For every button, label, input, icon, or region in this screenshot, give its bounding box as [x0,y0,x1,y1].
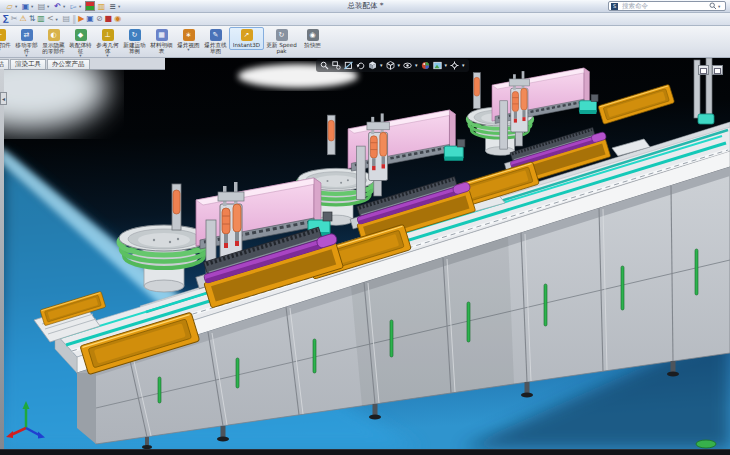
cm-button-show-hidden[interactable]: ◐ 显示隐藏的零部件 [40,27,67,56]
title-bar: ▱▾ ▣▾ ▤▾ ↶▾ ▻▾ ▥ ≡▾ 总装配体 * S ▾ [0,0,730,13]
update-speedpak-icon: ↻ [276,29,288,41]
cm-button-take-snapshot[interactable]: ◉ 拍快照 [299,27,326,50]
cm-button-instant3d[interactable]: ↗ Instant3D [229,27,264,50]
cm-label: 爆炸直线草图 [203,42,228,54]
command-search[interactable]: S ▾ [608,1,726,11]
move-component-icon: ⇄ [21,29,33,41]
hide-show-caret[interactable]: ▾ [415,59,418,72]
cm-label: 拍快照 [304,42,321,48]
save-icon[interactable]: ▣ [20,1,31,12]
open-icon[interactable]: ▱ [4,1,15,12]
select-icon[interactable]: ▻ [68,1,79,12]
file-properties-icon[interactable]: ▥ [96,1,107,12]
feature-manager-expand-arrow[interactable]: ◂ [0,92,7,105]
feature-manager-collapsed-strip [0,69,4,449]
exploded-view-icon: ∗ [183,29,195,41]
heads-up-view-toolbar: ▾ ▾ ▾ ▾ [316,59,469,72]
edit-appearance-icon[interactable] [421,61,430,70]
search-caret[interactable]: ▾ [718,1,723,12]
select-caret[interactable]: ▾ [79,1,84,12]
cm-button-assembly-features[interactable]: ◆ 装配体特征 ▾ [67,27,94,58]
tab-render-tools[interactable]: 渲染工具 [10,59,46,69]
toolbar-separator: ‖ [72,15,76,24]
assembly-features-icon: ◆ [75,29,87,41]
reference-geometry-icon: ⊥ [102,29,114,41]
dropdown-caret[interactable]: ▾ [0,48,1,52]
previous-view-icon[interactable] [356,61,365,70]
dropdown-caret[interactable]: ▾ [187,48,189,52]
magnifier-icon[interactable] [709,2,717,10]
section-view-icon[interactable] [344,61,353,70]
cm-label: 显示隐藏的零部件 [41,42,66,54]
cm-button-bill-of-materials[interactable]: ▦ 材料明细表 [148,27,175,56]
references-icon[interactable]: < [47,13,54,25]
cm-button-explode-line-sketch[interactable]: ✎ 爆炸直线草图 [202,27,229,56]
view-orientation-caret[interactable]: ▾ [380,59,383,72]
cm-label: 新建运动算例 [122,42,147,54]
cm-button-move-component[interactable]: ⇄ 移动零部件 ▾ [13,27,40,58]
stop-red-icon[interactable]: ■ [105,13,113,25]
bill-of-materials-icon: ▦ [156,29,168,41]
pane-split-button-2[interactable] [712,65,723,75]
cm-button-exploded-view[interactable]: ∗ 爆炸视图 ▾ [175,27,202,54]
cm-label: 材料明细表 [149,42,174,54]
command-manager: + 智能扣件 ▾ ⇄ 移动零部件 ▾ ◐ 显示隐藏的零部件 ◆ 装配体特征 ▾ … [0,26,730,58]
no-render-icon[interactable]: ⊘ [96,13,103,25]
command-manager-tabs: 评估 渲染工具 办公室产品 [0,58,165,70]
warning-icon[interactable]: ⚠ [19,13,26,25]
view-settings-icon[interactable] [450,61,459,70]
window-title: 总装配体 * [123,1,608,11]
references-caret[interactable]: ▾ [56,14,61,25]
solidworks-window: ▱▾ ▣▾ ▤▾ ↶▾ ▻▾ ▥ ≡▾ 总装配体 * S ▾ ∑ ✂ ⚠ ⇅ ▥… [0,0,730,455]
graphics-area[interactable]: 评估 渲染工具 办公室产品 [0,58,730,449]
sphere-icon[interactable]: ◉ [114,13,121,25]
cm-label: Instant3D [233,42,260,48]
pane-split-button-1[interactable] [698,65,709,75]
apply-scene-icon[interactable] [433,61,442,70]
print-icon[interactable]: ▤ [36,1,47,12]
hide-show-items-icon[interactable] [403,61,412,70]
undo-icon[interactable]: ↶ [52,1,63,12]
solidworks-search-icon: S [611,3,618,10]
component-icon[interactable]: ▥ [37,13,45,25]
smart-fasteners-icon: + [0,29,6,41]
view-settings-caret[interactable]: ▾ [462,59,465,72]
explode-line-sketch-icon: ✎ [210,29,222,41]
assembly-3d-model[interactable] [0,58,730,449]
tab-office-products[interactable]: 办公室产品 [47,59,90,69]
cm-label: 更新 Speedpak [265,42,298,54]
rebuild-icon[interactable] [85,1,95,11]
cm-button-reference-geometry[interactable]: ⊥ 参考几何体 ▾ [94,27,121,58]
macro-toolbar: ∑ ✂ ⚠ ⇅ ▥ <▾ ▤ ‖ ▶ ▣ ⊘ ■ ◉ [0,13,730,26]
cm-button-new-motion-study[interactable]: ↻ 新建运动算例 [121,27,148,56]
apply-scene-caret[interactable]: ▾ [445,59,448,72]
play-icon[interactable]: ▶ [78,13,84,25]
cm-label: 智能扣件 [0,42,11,48]
new-motion-study-icon: ↻ [129,29,141,41]
search-input[interactable] [620,1,708,11]
align-icon[interactable]: ⇅ [29,13,36,25]
display-style-caret[interactable]: ▾ [398,59,401,72]
zoom-area-icon[interactable] [332,61,341,70]
render-icon[interactable]: ▣ [86,13,94,25]
cm-button-update-speedpak[interactable]: ↻ 更新 Speedpak [264,27,299,56]
options-icon[interactable]: ≡ [107,1,118,12]
show-hidden-components-icon: ◐ [48,29,60,41]
equations-sigma-icon[interactable]: ∑ [3,13,9,25]
instant3d-icon: ↗ [241,29,253,41]
take-snapshot-icon: ◉ [307,29,319,41]
panel-icon[interactable]: ▤ [63,13,71,25]
scissors-icon[interactable]: ✂ [11,13,18,25]
view-orientation-icon[interactable] [368,61,377,70]
display-style-icon[interactable] [386,61,395,70]
cm-button-smart-fasteners[interactable]: + 智能扣件 ▾ [0,27,13,54]
zoom-fit-icon[interactable] [320,61,329,70]
tab-evaluate[interactable]: 评估 [0,59,9,69]
window-bottom-edge [0,449,730,455]
